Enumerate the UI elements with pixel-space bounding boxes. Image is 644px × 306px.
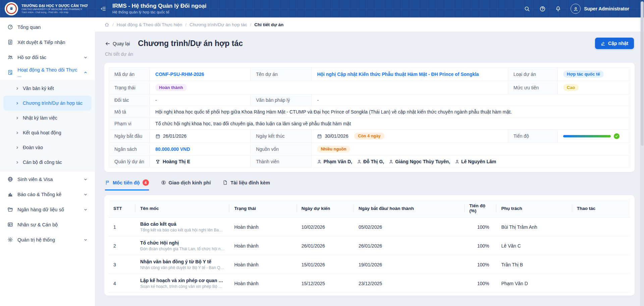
milestone-row[interactable]: 1 Báo cáo kết quả Tổng kết và báo cáo kế… [109,218,630,236]
milestone-owner: Lê Văn C [496,236,572,255]
status-badge: Hoàn thành [155,84,187,91]
sidebar-subitem-label: Kết quả hoạt động [23,130,61,135]
file-icon [223,180,228,185]
sidebar-subitem-ket-qua-hoat-dong[interactable]: Kết quả hoạt động [3,125,92,140]
sidebar-collapse-icon[interactable] [100,6,106,12]
project-code-link[interactable]: CONF-PSU-RHM-2026 [155,72,204,77]
end-date-value: 30/01/2026 [325,133,348,139]
databank-icon [7,207,13,212]
label-doi-tac: Đối tác [109,94,150,106]
sidebar-subitem-label: Văn bản ký kết [23,86,54,91]
back-button[interactable]: Quay lại [105,41,130,46]
sidebar-item-tong-quan[interactable]: Tổng quan [0,19,95,35]
breadcrumb: / Hoạt động & Theo dõi Thực hiện / Chươn… [95,17,644,32]
chevron-right-icon [15,101,19,105]
label-pham-vi: Phạm vi [109,118,150,130]
dashboard-icon [7,24,13,30]
sidebar-subitem-nhat-ky-lam-viec[interactable]: Nhật ký làm việc [3,111,92,125]
university-logo [5,2,18,15]
label-ngay-ket-thuc: Ngày kết thúc [251,130,312,143]
sidebar-item-label: Hồ sơ đối tác [17,55,46,60]
calendar-icon [317,134,322,139]
scrollbar-thumb[interactable] [641,1,644,146]
sidebar-item-quan-tri-he-thong[interactable]: Quản trị hệ thống [0,232,95,247]
label-quan-ly-du-an: Quản lý dự án [109,156,150,168]
sidebar-subitem-can-bo-di-cong-tac[interactable]: Cán bộ đi công tác [3,155,92,170]
member-item: Giảng Ngọc Thùy Tuyên, [389,159,450,164]
breadcrumb-item[interactable]: Hoạt động & Theo dõi Thực hiện [117,22,182,27]
tab-moc-tien-do[interactable]: Mốc tiến độ 4 [105,179,149,190]
search-icon[interactable] [524,6,530,12]
chevron-right-icon [15,131,19,135]
person-icon [389,159,393,164]
user-menu[interactable]: Super Administrator [571,4,629,14]
chevron-right-icon [15,161,19,164]
update-label: Cập nhật [608,41,628,46]
tab-tai-lieu-dinh-kem[interactable]: Tài liệu đính kèm [223,179,270,190]
app-header: TRƯỜNG ĐẠI HỌC Y DƯỢC CẦN THƠ CAN THO UN… [0,0,644,17]
trophy-icon [155,159,160,164]
milestone-row[interactable]: 4 Lập kế hoạch và xin phép cơ quan chức … [109,274,630,293]
milestone-actions [572,255,630,274]
col-tien-do: Tiến độ (%) [465,199,496,218]
activity-icon [7,70,13,75]
person-icon [455,159,460,164]
project-descriptions: Mã dự án CONF-PSU-RHM-2026 Tên dự án Hội… [109,67,630,168]
main-content: / Hoạt động & Theo dõi Thực hiện / Chươn… [95,17,644,306]
sidebar-item-sinh-vien-visa[interactable]: Sinh viên & Visa [0,172,95,187]
milestone-actions [572,274,630,293]
brand-line2: CAN THO UNIVERSITY OF MEDICINE AND PHARM… [21,8,88,11]
sidebar-item-hoat-dong[interactable]: Hoạt động & Theo dõi Thực ... [0,65,95,80]
sidebar-item-ngan-hang-du-lieu[interactable]: Ngân hàng dữ liệu số [0,202,95,217]
project-name-link[interactable]: Hội nghị Cập nhật Kiến thức Phẫu thuật H… [317,72,479,77]
sidebar-item-xet-duyet[interactable]: Xét duyệt & Tiếp nhận [0,35,95,50]
milestone-progress: 100% [465,274,496,293]
milestone-owner: Trần Thị B [496,255,572,274]
flag-icon [105,180,110,185]
milestone-row[interactable]: 2 Tổ chức Hội nghị Đón đoàn chuyên gia T… [109,236,630,255]
project-detail-card: Mã dự án CONF-PSU-RHM-2026 Tên dự án Hội… [104,63,635,172]
sidebar-item-label: Quản trị hệ thống [17,237,55,243]
bell-icon[interactable] [555,6,561,12]
sidebar-subitem-van-ban-ky-ket[interactable]: Văn bản ký kết [3,81,92,96]
sidebar-subitem-label: Cán bộ đi công tác [23,160,62,165]
person-icon [357,159,362,164]
sidebar-item-bao-cao-thong-ke[interactable]: Báo cáo & Thống kê [0,187,95,202]
students-icon [7,176,13,182]
back-label: Quay lại [113,41,130,46]
col-ngay-bat-dau-hoan-thanh: Ngày bắt đầu/ hoàn thành [354,199,465,218]
page-scrollbar[interactable] [640,0,644,306]
scope-value: Tổ chức hội nghị khoa học, trao đổi chuy… [150,118,630,130]
tab-giao-dich-kinh-phi[interactable]: Giao dịch kinh phí [161,179,211,190]
milestone-row[interactable]: 3 Nhận văn bản đồng ý từ Bộ Y tế Nhận cô… [109,255,630,274]
sidebar-item-nhan-su-can-bo[interactable]: Nhân sự & Cán bộ [0,217,95,232]
chevron-down-icon [84,55,88,59]
chevron-up-icon [84,71,88,75]
detail-tabs: Mốc tiến độ 4 Giao dịch kinh phí Tài liệ… [105,179,634,190]
breadcrumb-item[interactable]: Chương trình/Dự án hợp tác [190,22,247,27]
update-button[interactable]: Cập nhật [595,38,634,49]
col-ten-moc: Tên mốc [136,199,229,218]
dollar-icon [161,180,166,185]
sidebar-nav: Tổng quan Xét duyệt & Tiếp nhận Hồ sơ đố… [0,17,95,306]
app-subtitle: Hệ thống quản lý hợp tác quốc tế [112,10,207,15]
milestone-planned-date: 15/12/2025 [297,274,354,293]
milestone-count-badge: 4 [143,179,149,186]
home-icon[interactable] [104,22,109,27]
member-item: Lê Nguyên Lâm [455,159,496,164]
fund-source-badge: Nhiều nguồn [317,146,350,152]
label-tien-do: Tiến độ [508,130,557,143]
milestones-card: STT Tên mốc Trạng thái Ngày dự kiến Ngày… [104,195,635,296]
user-name: Super Administrator [584,6,629,11]
avatar-icon [571,4,581,14]
sidebar-subitem-chuong-trinh-du-an[interactable]: Chương trình/Dự án hợp tác [3,96,92,111]
progress-bar [563,133,625,139]
legal-value: - [312,94,630,106]
help-icon[interactable] [539,6,546,12]
label-ten-du-an: Tên dự án [251,68,312,81]
page-title: Chương trình/Dự án hợp tác [138,39,243,48]
sidebar-item-ho-so-doi-tac[interactable]: Hồ sơ đối tác [0,50,95,65]
milestone-owner: Bùi Thị Trâm Anh [496,218,572,236]
sidebar-subitem-doan-vao[interactable]: Đoàn vào [3,140,92,155]
brand-line1: TRƯỜNG ĐẠI HỌC Y DƯỢC CẦN THƠ [21,4,88,8]
